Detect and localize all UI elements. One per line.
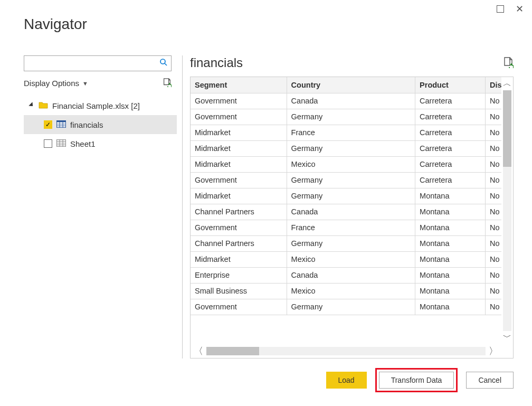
column-header[interactable]: Country [287, 77, 415, 93]
table-cell[interactable]: Government [191, 109, 287, 125]
table-cell[interactable]: Montana [415, 188, 486, 204]
table-cell[interactable]: Small Business [191, 283, 287, 299]
scroll-thumb[interactable] [503, 90, 511, 167]
table-cell[interactable]: Midmarket [191, 156, 287, 172]
cancel-button[interactable]: Cancel [466, 372, 514, 389]
table-cell[interactable]: No [486, 220, 501, 235]
table-cell[interactable]: Montana [415, 251, 486, 267]
table-row[interactable]: GovernmentCanadaCarreteraNo [191, 93, 501, 109]
refresh-preview-icon[interactable] [503, 56, 514, 70]
table-row[interactable]: GovernmentGermanyMontanaNo [191, 299, 501, 315]
table-cell[interactable]: Montana [415, 204, 486, 220]
table-cell[interactable]: Government [191, 93, 287, 109]
table-cell[interactable]: Montana [415, 299, 486, 315]
column-header[interactable]: Product [415, 77, 486, 93]
table-cell[interactable]: Mexico [287, 283, 415, 299]
table-cell[interactable]: France [287, 125, 415, 140]
scroll-thumb[interactable] [206, 347, 259, 355]
table-cell[interactable]: Montana [415, 220, 486, 235]
table-cell[interactable]: Germany [287, 188, 415, 204]
expand-collapse-icon[interactable] [28, 102, 34, 108]
column-header[interactable]: Discou [486, 77, 501, 93]
window-restore-button[interactable] [497, 5, 504, 13]
load-button[interactable]: Load [326, 372, 367, 389]
scroll-down-icon[interactable]: ﹀ [503, 331, 511, 344]
search-box[interactable] [24, 55, 172, 71]
table-cell[interactable]: Carretera [415, 140, 486, 156]
table-cell[interactable]: Germany [287, 172, 415, 188]
table-cell[interactable]: Mexico [287, 251, 415, 267]
table-row[interactable]: GovernmentGermanyCarreteraNo [191, 172, 501, 188]
table-cell[interactable]: Montana [415, 283, 486, 299]
table-cell[interactable]: No [486, 188, 501, 204]
table-row[interactable]: Small BusinessMexicoMontanaNo [191, 283, 501, 299]
table-row[interactable]: MidmarketFranceCarreteraNo [191, 125, 501, 140]
table-cell[interactable]: No [486, 156, 501, 172]
table-cell[interactable]: Carretera [415, 156, 486, 172]
table-cell[interactable]: Carretera [415, 93, 486, 109]
table-cell[interactable]: Carretera [415, 109, 486, 125]
table-row[interactable]: MidmarketGermanyCarreteraNo [191, 140, 501, 156]
table-cell[interactable]: Enterprise [191, 267, 287, 283]
table-cell[interactable]: Midmarket [191, 251, 287, 267]
table-row[interactable]: Channel PartnersGermanyMontanaNo [191, 235, 501, 251]
table-row[interactable]: EnterpriseCanadaMontanaNo [191, 267, 501, 283]
window-close-button[interactable]: ✕ [516, 5, 524, 13]
tree-item-sheet1[interactable]: Sheet1 [24, 134, 177, 153]
horizontal-scrollbar[interactable]: 〈 〉 [191, 344, 501, 358]
table-cell[interactable]: No [486, 140, 501, 156]
table-cell[interactable]: Midmarket [191, 188, 287, 204]
scroll-up-icon[interactable]: ︿ [503, 77, 511, 90]
table-row[interactable]: MidmarketMexicoMontanaNo [191, 251, 501, 267]
scroll-track[interactable] [503, 90, 511, 331]
table-cell[interactable]: Government [191, 299, 287, 315]
checkbox-sheet1[interactable] [44, 139, 52, 148]
table-cell[interactable]: France [287, 220, 415, 235]
table-cell[interactable]: Mexico [287, 156, 415, 172]
scroll-track[interactable] [206, 347, 486, 355]
vertical-scrollbar[interactable]: ︿ ﹀ [501, 77, 513, 344]
table-cell[interactable]: Government [191, 220, 287, 235]
table-cell[interactable]: No [486, 204, 501, 220]
table-cell[interactable]: Germany [287, 109, 415, 125]
table-row[interactable]: MidmarketMexicoCarreteraNo [191, 156, 501, 172]
tree-item-financials[interactable]: ✓ financials [24, 115, 177, 134]
table-cell[interactable]: No [486, 267, 501, 283]
table-cell[interactable]: No [486, 93, 501, 109]
table-cell[interactable]: Canada [287, 93, 415, 109]
display-options-dropdown[interactable]: Display Options ▼ [24, 79, 88, 88]
refresh-icon[interactable] [162, 78, 172, 89]
table-cell[interactable]: Midmarket [191, 140, 287, 156]
table-cell[interactable]: Germany [287, 140, 415, 156]
table-cell[interactable]: Canada [287, 267, 415, 283]
search-input[interactable] [28, 59, 159, 68]
table-cell[interactable]: Channel Partners [191, 204, 287, 220]
table-cell[interactable]: Channel Partners [191, 235, 287, 251]
table-cell[interactable]: Germany [287, 299, 415, 315]
table-row[interactable]: MidmarketGermanyMontanaNo [191, 188, 501, 204]
table-cell[interactable]: Montana [415, 267, 486, 283]
checkbox-financials[interactable]: ✓ [44, 120, 52, 129]
table-row[interactable]: GovernmentGermanyCarreteraNo [191, 109, 501, 125]
table-cell[interactable]: Carretera [415, 125, 486, 140]
column-header[interactable]: Segment [191, 77, 287, 93]
scroll-left-icon[interactable]: 〈 [191, 345, 206, 357]
table-cell[interactable]: No [486, 299, 501, 315]
table-cell[interactable]: No [486, 235, 501, 251]
table-cell[interactable]: No [486, 172, 501, 188]
table-row[interactable]: GovernmentFranceMontanaNo [191, 220, 501, 235]
table-cell[interactable]: No [486, 109, 501, 125]
table-cell[interactable]: Government [191, 172, 287, 188]
table-cell[interactable]: Canada [287, 204, 415, 220]
table-cell[interactable]: No [486, 251, 501, 267]
table-cell[interactable]: Carretera [415, 172, 486, 188]
table-cell[interactable]: No [486, 125, 501, 140]
table-cell[interactable]: Montana [415, 235, 486, 251]
table-cell[interactable]: Midmarket [191, 125, 287, 140]
search-icon[interactable] [159, 58, 168, 69]
table-cell[interactable]: No [486, 283, 501, 299]
table-row[interactable]: Channel PartnersCanadaMontanaNo [191, 204, 501, 220]
transform-data-button[interactable]: Transform Data [379, 372, 454, 389]
scroll-right-icon[interactable]: 〉 [486, 345, 501, 357]
tree-root-file[interactable]: Financial Sample.xlsx [2] [24, 96, 177, 115]
